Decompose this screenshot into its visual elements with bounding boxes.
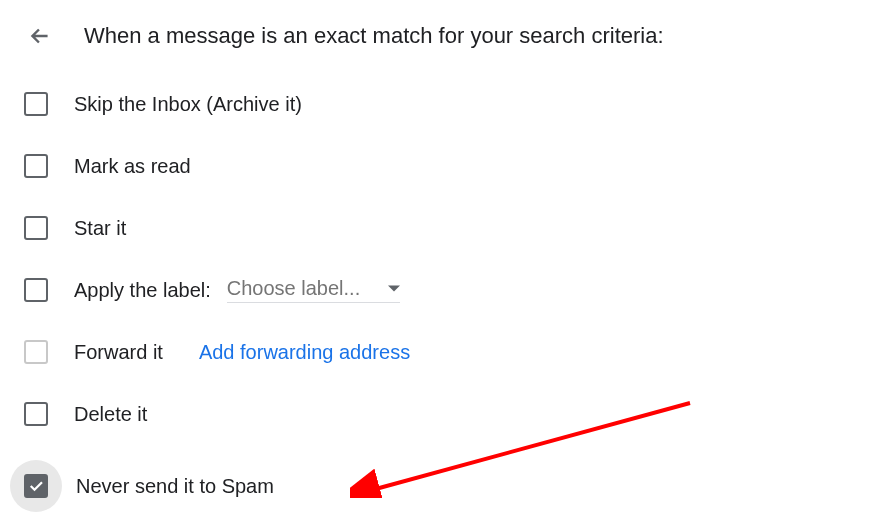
option-delete: Delete it — [24, 398, 858, 430]
header-title: When a message is an exact match for you… — [84, 23, 664, 49]
label-star: Star it — [74, 217, 126, 240]
label-forward: Forward it — [74, 341, 163, 364]
arrow-left-icon — [27, 23, 53, 49]
label-apply-label: Apply the label: — [74, 279, 211, 302]
label-skip-inbox: Skip the Inbox (Archive it) — [74, 93, 302, 116]
forward-container: Forward it Add forwarding address — [74, 341, 410, 364]
checkbox-mark-read[interactable] — [24, 154, 48, 178]
label-mark-read: Mark as read — [74, 155, 191, 178]
option-never-spam: Never send it to Spam — [24, 460, 858, 512]
back-button[interactable] — [24, 20, 56, 52]
option-mark-read: Mark as read — [24, 150, 858, 182]
checkbox-ripple — [10, 460, 62, 512]
option-star: Star it — [24, 212, 858, 244]
option-apply-label: Apply the label: Choose label... — [24, 274, 858, 306]
checkbox-apply-label[interactable] — [24, 278, 48, 302]
label-delete: Delete it — [74, 403, 147, 426]
checkbox-skip-inbox[interactable] — [24, 92, 48, 116]
add-forwarding-link[interactable]: Add forwarding address — [199, 341, 410, 364]
checkbox-forward[interactable] — [24, 340, 48, 364]
option-skip-inbox: Skip the Inbox (Archive it) — [24, 88, 858, 120]
checkbox-star[interactable] — [24, 216, 48, 240]
checkbox-never-spam[interactable] — [24, 474, 48, 498]
apply-label-container: Apply the label: Choose label... — [74, 277, 400, 303]
filter-options: Skip the Inbox (Archive it) Mark as read… — [24, 88, 858, 512]
option-forward: Forward it Add forwarding address — [24, 336, 858, 368]
dropdown-placeholder: Choose label... — [227, 277, 360, 300]
label-dropdown[interactable]: Choose label... — [227, 277, 400, 303]
checkbox-delete[interactable] — [24, 402, 48, 426]
label-never-spam: Never send it to Spam — [76, 475, 274, 498]
filter-header: When a message is an exact match for you… — [24, 20, 858, 52]
chevron-down-icon — [388, 283, 400, 295]
